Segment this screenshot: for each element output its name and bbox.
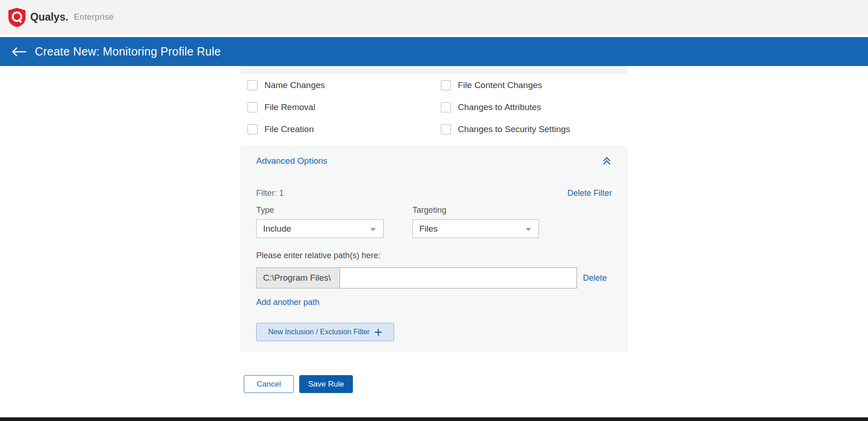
path-instruction-label: Please enter relative path(s) here:	[256, 251, 612, 261]
checkbox-changes-to-security-settings[interactable]	[441, 124, 451, 134]
checkbox-row-name-changes[interactable]: Name Changes	[247, 74, 441, 96]
path-input-row: C:\Program Files\ Delete	[256, 267, 612, 288]
checkbox-label: Name Changes	[264, 80, 325, 90]
checkbox-label: File Content Changes	[458, 80, 542, 90]
checkbox-label: File Removal	[264, 102, 315, 112]
top-brand-bar: Qualys. Enterprise	[0, 0, 868, 34]
advanced-options-section: Advanced Options Filter: 1 Delete Filter…	[240, 146, 628, 352]
select-labels-row: Type Targeting	[256, 205, 612, 216]
checkbox-changes-to-attributes[interactable]	[441, 102, 451, 112]
targeting-label: Targeting	[412, 205, 446, 216]
clipped-section-header	[240, 66, 628, 73]
form-actions: Cancel Save Rule	[240, 375, 628, 393]
checkbox-label: Changes to Attributes	[458, 102, 541, 112]
type-label: Type	[256, 205, 412, 216]
brand-edition: Enterprise	[74, 12, 114, 22]
delete-filter-link[interactable]: Delete Filter	[567, 188, 612, 198]
back-arrow-icon	[11, 47, 27, 57]
chevron-down-icon	[526, 228, 531, 231]
checkbox-file-removal[interactable]	[247, 102, 258, 112]
bottom-edge-bar	[0, 417, 868, 421]
checkbox-row-changes-to-attributes[interactable]: Changes to Attributes	[441, 96, 628, 118]
change-types-group: Name Changes File Content Changes File R…	[240, 73, 628, 140]
collapse-section-button[interactable]	[602, 156, 612, 166]
qualys-logo-icon	[8, 8, 26, 27]
advanced-options-toggle[interactable]: Advanced Options	[256, 156, 327, 166]
checkbox-row-changes-to-security-settings[interactable]: Changes to Security Settings	[441, 118, 628, 140]
type-select[interactable]: Include	[256, 219, 384, 238]
chevron-double-up-icon	[602, 156, 612, 166]
delete-path-link[interactable]: Delete	[583, 273, 607, 283]
path-input[interactable]	[340, 267, 577, 288]
checkbox-row-file-creation[interactable]: File Creation	[247, 118, 441, 140]
main-content: Name Changes File Content Changes File R…	[0, 66, 868, 421]
new-inclusion-exclusion-filter-button[interactable]: New Inclusion / Exclusion Filter	[256, 323, 394, 341]
filter-number-label: Filter: 1	[256, 188, 284, 198]
advanced-options-header: Advanced Options	[256, 155, 612, 167]
chevron-down-icon	[370, 228, 376, 231]
cancel-button[interactable]: Cancel	[244, 375, 294, 393]
select-row: Include Files	[256, 219, 612, 238]
checkbox-file-creation[interactable]	[247, 124, 258, 134]
back-button[interactable]	[10, 43, 28, 61]
checkbox-label: File Creation	[264, 124, 314, 134]
plus-icon	[374, 328, 382, 336]
add-path-row: Add another path	[256, 298, 612, 308]
checkbox-row-file-removal[interactable]: File Removal	[247, 96, 441, 118]
type-select-value: Include	[263, 224, 291, 234]
targeting-select[interactable]: Files	[412, 219, 539, 238]
add-another-path-link[interactable]: Add another path	[256, 298, 319, 307]
save-rule-button[interactable]: Save Rule	[299, 375, 353, 393]
path-prefix: C:\Program Files\	[256, 267, 340, 288]
new-filter-button-label: New Inclusion / Exclusion Filter	[268, 328, 369, 336]
filter-header-row: Filter: 1 Delete Filter	[256, 188, 612, 198]
checkbox-file-content-changes[interactable]	[441, 80, 451, 90]
form-panel: Name Changes File Content Changes File R…	[240, 66, 628, 393]
checkbox-label: Changes to Security Settings	[458, 124, 570, 134]
page-title: Create New: Monitoring Profile Rule	[35, 45, 221, 58]
brand-name: Qualys.	[30, 11, 68, 23]
targeting-select-value: Files	[419, 224, 438, 234]
page-header: Create New: Monitoring Profile Rule	[0, 37, 868, 66]
checkbox-row-file-content-changes[interactable]: File Content Changes	[441, 74, 628, 96]
checkbox-name-changes[interactable]	[247, 80, 258, 90]
